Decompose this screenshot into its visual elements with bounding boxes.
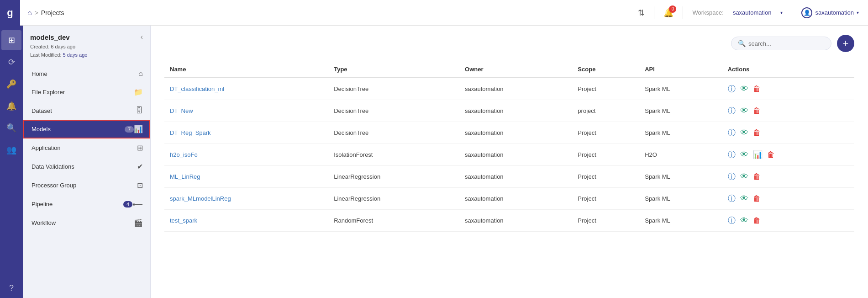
cell-owner-2: saxautomation [459,122,572,144]
rail-item-search[interactable]: 🔍 [1,118,21,138]
cell-actions-6: ⓘ 👁 🗑 [722,210,854,232]
action-view-btn-5[interactable]: 👁 [740,194,748,203]
cell-actions-4: ⓘ 👁 🗑 [722,166,854,188]
action-view-btn-3[interactable]: 👁 [740,150,748,160]
action-info-btn-4[interactable]: ⓘ [728,171,736,182]
cell-scope-0: Project [572,78,639,100]
transfer-icon-btn[interactable]: ⇅ [638,8,645,18]
cell-name-6: test_spark [164,210,328,232]
sidebar-item-dataset[interactable]: Dataset 🗄 [23,101,150,120]
header-divider-2 [683,6,683,19]
breadcrumb-separator: > [35,9,38,16]
action-info-btn-3[interactable]: ⓘ [728,149,736,160]
user-chevron-icon[interactable]: ▾ [857,10,859,15]
action-view-btn-4[interactable]: 👁 [740,172,748,181]
cell-name-4: ML_LinReg [164,166,328,188]
cell-name-1: DT_New [164,100,328,122]
col-scope: Scope [572,61,639,78]
sidebar-created: Created: 6 days ago [30,43,143,51]
cell-actions-1: ⓘ 👁 🗑 [722,100,854,122]
action-info-btn-5[interactable]: ⓘ [728,193,736,204]
add-button[interactable]: + [837,35,854,52]
workspace-name[interactable]: saxautomation [733,9,772,16]
sidebar-collapse-btn[interactable]: ‹ [141,33,143,41]
pipeline-nav-icon: ⟵ [132,200,143,208]
cell-api-6: Spark ML [639,210,722,232]
action-view-btn-1[interactable]: 👁 [740,106,748,116]
cell-type-0: DecisionTree [328,78,459,100]
cell-type-4: LinearRegression [328,166,459,188]
action-info-btn-6[interactable]: ⓘ [728,215,736,226]
sidebar-item-pipeline[interactable]: Pipeline 4 ⟵ [23,195,150,213]
search-box[interactable]: 🔍 [731,37,831,50]
rail-item-help[interactable]: ? [1,278,21,298]
action-info-btn-2[interactable]: ⓘ [728,128,736,138]
sidebar-item-workflow[interactable]: Workflow 🎬 [23,213,150,232]
cell-type-3: IsolationForest [328,144,459,166]
home-breadcrumb-icon[interactable]: ⌂ [27,9,32,17]
cell-api-3: H2O [639,144,722,166]
cell-scope-4: Project [572,166,639,188]
table-header: Name Type Owner Scope API Actions [164,61,854,78]
pipeline-badge: 4 [123,201,132,208]
action-delete-btn-6[interactable]: 🗑 [753,216,761,225]
user-section[interactable]: 👤 saxautomation ▾ [801,7,859,18]
cell-owner-6: saxautomation [459,210,572,232]
table-row: test_spark RandomForest saxautomation Pr… [164,210,854,232]
table-body: DT_classification_ml DecisionTree saxaut… [164,78,854,232]
cell-name-3: h2o_isoFo [164,144,328,166]
cell-scope-6: Project [572,210,639,232]
cell-scope-2: Project [572,122,639,144]
home-nav-icon: ⌂ [138,69,143,78]
app-logo: g [0,0,20,26]
col-type: Type [328,61,459,78]
action-view-btn-6[interactable]: 👁 [740,216,748,225]
workspace-chevron-icon[interactable]: ▾ [780,10,783,15]
sidebar-item-file-explorer[interactable]: File Explorer 📁 [23,83,150,101]
user-name: saxautomation [815,9,854,16]
action-delete-btn-2[interactable]: 🗑 [753,128,761,138]
models-badge: 7 [125,126,134,133]
cell-type-5: LinearRegression [328,188,459,210]
rail-item-users[interactable]: 👥 [1,140,21,160]
action-delete-btn-5[interactable]: 🗑 [753,194,761,203]
cell-scope-3: Project [572,144,639,166]
notification-btn[interactable]: 🔔 0 [663,8,673,18]
sidebar-item-processor-group[interactable]: Processor Group ⊡ [23,176,150,195]
cell-api-4: Spark ML [639,166,722,188]
action-delete-btn-1[interactable]: 🗑 [753,106,761,116]
search-icon: 🔍 [738,40,746,47]
search-input[interactable] [748,40,825,47]
models-table: Name Type Owner Scope API Actions DT_cla… [164,61,854,232]
action-chart-btn-3[interactable]: 📊 [753,150,763,160]
header-divider-3 [792,6,792,19]
sidebar-item-models[interactable]: Models 7 📊 [23,120,150,138]
breadcrumb-current: Projects [41,9,64,16]
cell-type-2: DecisionTree [328,122,459,144]
sidebar-item-data-validations[interactable]: Data Validations ✔ [23,157,150,176]
cell-type-6: RandomForest [328,210,459,232]
sidebar-item-home[interactable]: Home ⌂ [23,64,150,83]
col-api: API [639,61,722,78]
action-view-btn-0[interactable]: 👁 [740,84,748,94]
rail-item-keys[interactable]: 🔑 [1,74,21,94]
action-info-btn-0[interactable]: ⓘ [728,84,736,94]
cell-name-2: DT_Reg_Spark [164,122,328,144]
cell-name-0: DT_classification_ml [164,78,328,100]
sidebar-item-application[interactable]: Application ⊞ [23,138,150,157]
cell-owner-5: saxautomation [459,188,572,210]
col-actions: Actions [722,61,854,78]
action-delete-btn-3[interactable]: 🗑 [767,150,775,160]
action-delete-btn-4[interactable]: 🗑 [753,172,761,181]
action-info-btn-1[interactable]: ⓘ [728,106,736,116]
table-row: h2o_isoFo IsolationForest saxautomation … [164,144,854,166]
table-row: ML_LinReg LinearRegression saxautomation… [164,166,854,188]
table-row: DT_New DecisionTree saxautomation projec… [164,100,854,122]
action-view-btn-2[interactable]: 👁 [740,128,748,138]
rail-item-dashboard[interactable]: ⊞ [1,30,21,50]
cell-scope-5: Project [572,188,639,210]
rail-item-connections[interactable]: ⟳ [1,52,21,72]
action-delete-btn-0[interactable]: 🗑 [753,85,761,94]
rail-item-notifications[interactable]: 🔔 [1,96,21,116]
workspace-label: Workspace: [692,9,723,16]
